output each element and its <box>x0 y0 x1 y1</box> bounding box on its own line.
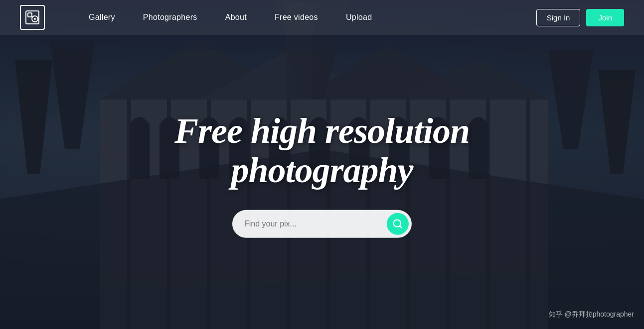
nav-free-videos[interactable]: Free videos <box>261 13 332 22</box>
nav-about[interactable]: About <box>211 13 261 22</box>
nav-upload[interactable]: Upload <box>332 13 386 22</box>
search-bar <box>232 210 412 238</box>
hero-title-line2: photography <box>174 151 470 190</box>
logo-icon <box>20 5 45 30</box>
search-input[interactable] <box>244 219 387 228</box>
hero-section: Gallery Photographers About Free videos … <box>0 0 644 329</box>
hero-content: Free high resolution photography <box>174 111 470 237</box>
search-icon <box>393 219 403 229</box>
join-button[interactable]: Join <box>586 9 624 26</box>
watermark: 知乎 @乔拜拉photographer <box>549 310 634 319</box>
logo-svg <box>25 10 40 25</box>
signin-button[interactable]: Sign In <box>536 9 581 26</box>
svg-rect-27 <box>28 13 32 17</box>
svg-point-29 <box>34 18 36 20</box>
logo[interactable] <box>20 5 45 30</box>
search-button[interactable] <box>387 213 409 235</box>
hero-title-line1: Free high resolution <box>174 111 470 150</box>
hero-title: Free high resolution photography <box>174 111 470 190</box>
navbar: Gallery Photographers About Free videos … <box>0 0 644 35</box>
nav-gallery[interactable]: Gallery <box>75 13 129 22</box>
nav-actions: Sign In Join <box>536 9 624 26</box>
nav-photographers[interactable]: Photographers <box>129 13 211 22</box>
nav-links: Gallery Photographers About Free videos … <box>75 13 536 22</box>
